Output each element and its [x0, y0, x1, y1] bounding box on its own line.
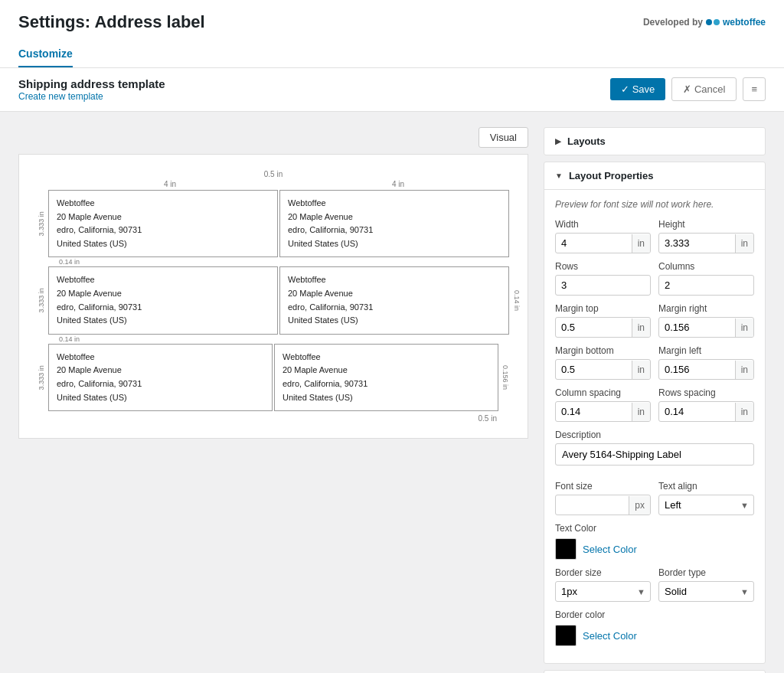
address-cell-3-1: Webtoffee 20 Maple Avenue edro, Californ…: [48, 344, 273, 411]
border-type-arrow-icon: ▼: [736, 583, 753, 600]
width-label: Width: [555, 219, 651, 230]
menu-button[interactable]: ≡: [743, 77, 766, 101]
font-size-input[interactable]: [556, 495, 629, 515]
address-cell-1-2: Webtoffee 20 Maple Avenue edro, Californ…: [279, 190, 509, 257]
border-row: Border size 1px 2px 3px 4px ▼: [555, 567, 754, 602]
create-template-link[interactable]: Create new template: [18, 91, 103, 102]
rows-label: Rows: [555, 261, 651, 272]
address-cell-1-1: Webtoffee 20 Maple Avenue edro, Californ…: [48, 190, 278, 257]
visual-tab[interactable]: Visual: [479, 127, 528, 148]
label-preview: 0.5 in 4 in 4 in 3.333 in Webtoffee 20 M…: [18, 154, 528, 439]
margin-top-unit: in: [632, 319, 650, 337]
address-cell-3-2: Webtoffee 20 Maple Avenue edro, Californ…: [274, 344, 498, 411]
layouts-arrow-icon: ▶: [555, 137, 561, 145]
row-spacing-group: Rows spacing in: [658, 387, 754, 422]
col-spacing-unit: in: [632, 403, 650, 421]
text-color-swatch[interactable]: [555, 538, 577, 560]
layout-properties-header[interactable]: ▼ Layout Properties: [544, 162, 765, 190]
border-type-label: Border type: [658, 567, 754, 578]
template-title: Shipping address template: [18, 77, 165, 90]
action-buttons: ✓ Save ✗ Cancel ≡: [610, 77, 766, 101]
brand-name: webtoffee: [723, 17, 766, 28]
sub-header: Shipping address template Create new tem…: [0, 68, 784, 112]
dim-col1-width: 4 in: [56, 180, 284, 188]
font-size-wrap: px: [555, 495, 651, 515]
width-group: Width in: [555, 219, 651, 253]
border-size-select[interactable]: 1px 2px 3px 4px: [556, 582, 632, 601]
margin-bottom-label: Margin bottom: [555, 345, 651, 356]
border-color-row: Border color Select Color: [555, 609, 754, 646]
margin-left-wrap: in: [658, 359, 754, 380]
label-row-2: 3.333 in Webtoffee 20 Maple Avenue edro,…: [34, 266, 512, 334]
label-row-1: 3.333 in Webtoffee 20 Maple Avenue edro,…: [34, 190, 512, 257]
border-color-swatch[interactable]: [555, 625, 577, 646]
border-type-select[interactable]: Solid Dashed Dotted None: [659, 582, 736, 601]
text-color-row: Text Color Select Color: [555, 523, 754, 560]
layout-properties-title: Layout Properties: [569, 170, 654, 181]
height-input[interactable]: [659, 234, 735, 253]
tab-customize[interactable]: Customize: [18, 41, 73, 67]
menu-icon: ≡: [751, 83, 757, 95]
margin-right-input[interactable]: [659, 318, 735, 337]
layouts-title: Layouts: [567, 136, 606, 147]
dim-right-margin: 0.156 in: [498, 344, 512, 411]
margin-top-label: Margin top: [555, 303, 651, 314]
margin-top-wrap: in: [555, 317, 651, 338]
tab-bar: Customize: [18, 41, 766, 67]
margin-left-group: Margin left in: [658, 345, 754, 380]
col-spacing-wrap: in: [555, 401, 651, 422]
dim-row1-between: [509, 190, 512, 257]
border-type-group: Border type Solid Dashed Dotted None ▼: [658, 567, 754, 602]
layouts-header[interactable]: ▶ Layouts: [544, 128, 765, 155]
margin-bottom-left-row: Margin bottom in Margin left in: [555, 345, 754, 380]
text-align-arrow-icon: ▼: [736, 497, 753, 514]
margin-bottom-input[interactable]: [556, 360, 632, 379]
margin-left-input[interactable]: [659, 360, 735, 379]
col-spacing-input[interactable]: [556, 402, 632, 421]
margin-top-input[interactable]: [556, 318, 632, 337]
border-color-swatch-row: Select Color: [555, 625, 754, 646]
text-color-select-label[interactable]: Select Color: [583, 544, 637, 555]
border-size-select-wrap: 1px 2px 3px 4px ▼: [555, 581, 651, 602]
row-spacing-label: Rows spacing: [658, 387, 754, 398]
layout-properties-section: ▼ Layout Properties Preview for font siz…: [544, 162, 766, 664]
text-align-select-wrap: Left Center Right ▼: [658, 495, 754, 515]
description-group: Description: [555, 430, 754, 473]
margin-bottom-group: Margin bottom in: [555, 345, 651, 380]
dim-col2-width: 4 in: [284, 180, 512, 188]
columns-label: Columns: [658, 261, 754, 272]
width-input[interactable]: [556, 234, 632, 253]
height-label: Height: [658, 219, 754, 230]
border-color-label: Border color: [555, 609, 754, 620]
rows-input[interactable]: [555, 275, 651, 296]
text-align-group: Text align Left Center Right ▼: [658, 481, 754, 515]
dim-between-rows-2: 0.14 in: [56, 335, 284, 343]
note-text: Preview for font size will not work here…: [555, 199, 754, 210]
address-cell-2-2: Webtoffee 20 Maple Avenue edro, Californ…: [279, 266, 509, 334]
row-spacing-input[interactable]: [659, 402, 735, 421]
rows-group: Rows: [555, 261, 651, 296]
page-title: Settings: Address label: [18, 12, 205, 32]
address-cell-2-1: Webtoffee 20 Maple Avenue edro, Californ…: [48, 266, 278, 334]
main-content: Visual 0.5 in 4 in 4 in 3.333 in: [0, 112, 784, 673]
description-input[interactable]: [555, 443, 754, 466]
dim-row3-height: 3.333 in: [34, 344, 48, 411]
border-type-select-wrap: Solid Dashed Dotted None ▼: [658, 581, 754, 602]
layout-properties-body: Preview for font size will not work here…: [544, 190, 765, 663]
dim-right-col: 0.14 in: [511, 267, 522, 333]
border-color-select-label[interactable]: Select Color: [583, 630, 637, 642]
rows-cols-row: Rows Columns: [555, 261, 754, 296]
width-unit: in: [632, 234, 650, 253]
template-info: Shipping address template Create new tem…: [18, 77, 165, 102]
height-unit: in: [735, 234, 753, 253]
col-spacing-group: Column spacing in: [555, 387, 651, 422]
text-color-label: Text Color: [555, 523, 754, 534]
cancel-button[interactable]: ✗ Cancel: [671, 77, 737, 101]
font-align-row: Font size px Text align Left: [555, 481, 754, 515]
dim-row1-height: 3.333 in: [34, 190, 48, 257]
columns-input[interactable]: [658, 275, 754, 296]
margin-right-group: Margin right in: [658, 303, 754, 338]
save-button[interactable]: ✓ Save: [610, 78, 665, 100]
margin-bottom-unit: in: [632, 361, 650, 379]
text-align-select[interactable]: Left Center Right: [659, 495, 736, 515]
